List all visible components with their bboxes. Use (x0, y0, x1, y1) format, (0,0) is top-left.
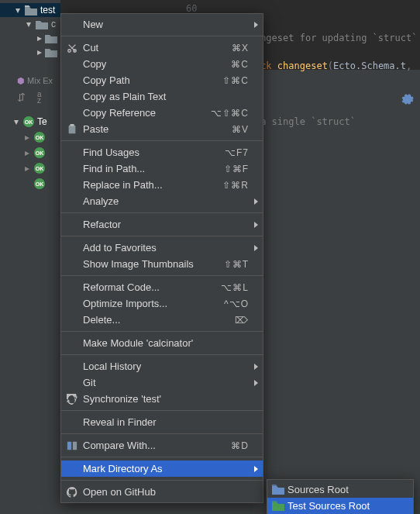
compare-icon (66, 440, 78, 452)
test-result-item[interactable]: ▸ OK (25, 132, 45, 143)
menu-item-reveal-in-finder[interactable]: Reveal in Finder (61, 414, 263, 430)
az-sort-icon[interactable]: az (37, 91, 50, 104)
svg-rect-3 (70, 124, 74, 126)
folder-icon (36, 19, 48, 29)
tree-folder[interactable]: ▸ d (0, 31, 60, 45)
gear-icon[interactable] (401, 93, 414, 108)
menu-item-label: Synchronize 'test' (83, 393, 161, 405)
menu-item-label: Copy Reference (83, 107, 156, 119)
svg-rect-2 (69, 125, 76, 133)
menu-item-synchronize-test[interactable]: Synchronize 'test' (61, 391, 263, 407)
test-results-root[interactable]: ▾ OK Te (14, 116, 47, 127)
test-name: Te (37, 116, 47, 127)
menu-item-analyze[interactable]: Analyze (61, 193, 263, 209)
shortcut: ⌥⇧⌘C (211, 108, 249, 119)
code-function: changeset (277, 60, 328, 71)
test-result-item[interactable]: ▸ OK (25, 163, 45, 174)
menu-item-mark-directory-as[interactable]: Mark Directory As (61, 461, 263, 477)
menu-item-label: Local History (83, 360, 141, 372)
tree-label: test (40, 5, 55, 16)
panel-label: ⬢ Mix Ex (17, 76, 53, 86)
tree-folder[interactable]: ▸ s (0, 45, 60, 59)
code-text: ( (328, 60, 333, 71)
menu-item-optimize-imports[interactable]: Optimize Imports...^⌥O (61, 295, 263, 312)
menu-item-label: Find Usages (83, 147, 139, 158)
menu-separator (61, 36, 263, 36)
shortcut: ⇧⌘T (224, 259, 249, 270)
sort-icon[interactable]: ⇵ (17, 91, 29, 104)
menu-separator (61, 433, 263, 434)
menu-item-replace-in-path[interactable]: Replace in Path...⇧⌘R (61, 177, 263, 193)
menu-separator (61, 354, 263, 355)
menu-item-label: Optimize Imports... (83, 298, 167, 309)
menu-item-find-usages[interactable]: Find Usages⌥F7 (61, 144, 263, 160)
folder-icon (272, 500, 284, 512)
submenu-item-test-sources-root[interactable]: Test Sources Root (267, 498, 413, 514)
tree-folder[interactable]: ▾ c (0, 17, 60, 31)
expand-arrow-icon: ▾ (26, 19, 33, 29)
menu-item-compare-with[interactable]: Compare With...⌘D (61, 437, 263, 454)
menu-item-label: Delete... (83, 314, 120, 326)
menu-item-cut[interactable]: Cut⌘X (61, 40, 263, 56)
test-result-item[interactable]: ▸ OK (25, 147, 45, 158)
menu-item-make-module-calcinator[interactable]: Make Module 'calcinator' (61, 335, 263, 351)
svg-rect-4 (67, 441, 71, 450)
menu-item-label: Compare With... (83, 440, 156, 451)
code-text: , (406, 60, 411, 71)
menu-item-label: Paste (83, 123, 108, 135)
menu-item-label: Copy (83, 58, 106, 70)
tree-label: c (51, 19, 56, 29)
menu-item-label: Open on GitHub (83, 486, 156, 498)
menu-item-copy-as-plain-text[interactable]: Copy as Plain Text (61, 88, 263, 105)
run-arrow-icon: ▸ (25, 147, 31, 158)
menu-separator (61, 480, 263, 481)
expand-arrow-icon: ▾ (14, 116, 20, 127)
menu-item-reformat-code[interactable]: Reformat Code...⌥⌘L (61, 279, 263, 295)
menu-item-label: Copy Path (83, 74, 130, 86)
github-icon (66, 486, 78, 498)
shortcut: ⇧⌘C (222, 75, 249, 86)
menu-item-open-on-github[interactable]: Open on GitHub (61, 484, 263, 500)
status-ok-icon: OK (23, 116, 34, 127)
status-ok-icon: OK (34, 178, 45, 189)
menu-item-copy[interactable]: Copy⌘C (61, 56, 263, 72)
menu-item-local-history[interactable]: Local History (61, 358, 263, 374)
submenu-arrow-icon (254, 22, 258, 28)
shortcut: ⌘D (231, 440, 249, 451)
menu-item-copy-path[interactable]: Copy Path⇧⌘C (61, 72, 263, 88)
menu-item-delete[interactable]: Delete...⌦ (61, 312, 263, 328)
paste-icon (66, 123, 78, 136)
menu-item-copy-reference[interactable]: Copy Reference⌥⇧⌘C (61, 105, 263, 121)
menu-separator (61, 236, 263, 236)
shortcut: ⌥⌘L (221, 282, 249, 293)
shortcut: ⌦ (235, 315, 249, 326)
shortcut: ⇧⌘R (222, 180, 249, 191)
shortcut: ⌘C (231, 59, 249, 70)
menu-item-new[interactable]: New (61, 16, 263, 33)
menu-separator (61, 457, 263, 457)
menu-item-label: Find in Path... (83, 163, 145, 174)
test-result-item[interactable]: OK (25, 178, 45, 189)
menu-item-label: Cut (83, 42, 98, 53)
menu-item-label: Make Module 'calcinator' (83, 337, 193, 349)
menu-item-label: Mark Directory As (83, 463, 163, 474)
shortcut: ⇧⌘F (224, 164, 249, 174)
submenu-arrow-icon (254, 466, 258, 472)
menu-item-show-image-thumbnails[interactable]: Show Image Thumbnails⇧⌘T (61, 256, 263, 272)
menu-item-refactor[interactable]: Refactor (61, 216, 263, 233)
tree-folder-test[interactable]: ▾ test (0, 3, 60, 17)
svg-point-0 (68, 49, 71, 52)
menu-item-add-to-favorites[interactable]: Add to Favorites (61, 240, 263, 256)
menu-item-label: Git (83, 377, 96, 388)
mark-directory-submenu: Sources RootTest Sources Root (267, 479, 414, 514)
shortcut: ⌘X (232, 43, 249, 53)
menu-item-paste[interactable]: Paste⌘V (61, 121, 263, 137)
menu-item-find-in-path[interactable]: Find in Path...⇧⌘F (61, 160, 263, 177)
expand-arrow-icon: ▸ (37, 47, 42, 57)
menu-item-git[interactable]: Git (61, 374, 263, 391)
submenu-item-label: Sources Root (287, 484, 349, 495)
shortcut: ^⌥O (224, 298, 249, 309)
run-arrow-icon: ▸ (25, 163, 31, 174)
menu-item-label: Replace in Path... (83, 179, 163, 191)
submenu-item-sources-root[interactable]: Sources Root (267, 481, 413, 498)
